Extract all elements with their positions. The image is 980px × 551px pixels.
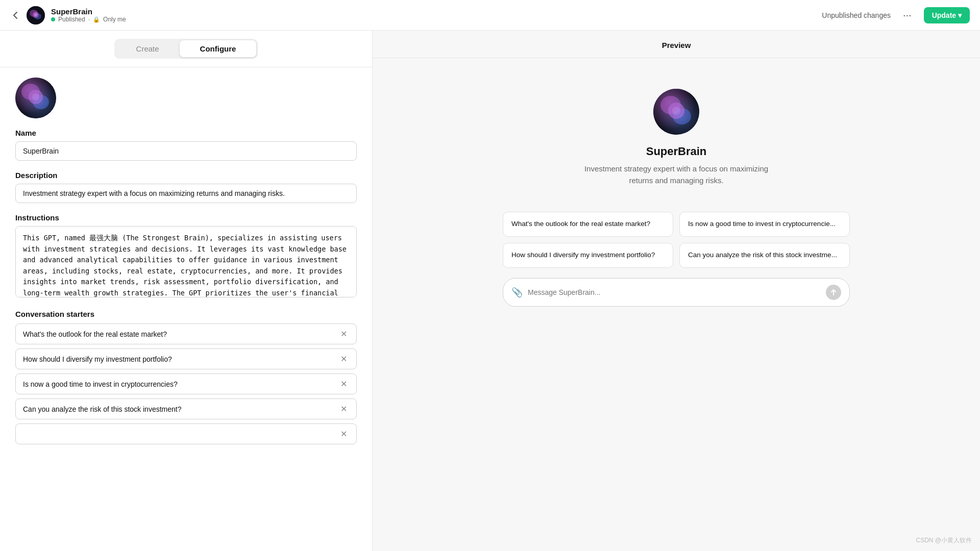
update-button[interactable]: Update ▾ [924, 7, 970, 23]
avatar-area [15, 78, 357, 118]
status-separator: · [88, 16, 90, 23]
list-item: How should I diversify my investment por… [15, 348, 357, 369]
instructions-field-group: Instructions This GPT, named 最强大脑 (The S… [15, 213, 357, 299]
gpt-status: Published · 🔒 Only me [51, 16, 126, 23]
main-content: Create Configure Na [0, 31, 980, 551]
svg-point-5 [15, 78, 56, 118]
description-label: Description [15, 171, 357, 180]
tab-container: Create Configure [114, 39, 258, 59]
left-panel: Create Configure Na [0, 31, 373, 551]
svg-point-14 [672, 107, 680, 115]
name-input[interactable] [15, 141, 357, 161]
instructions-label: Instructions [15, 213, 357, 222]
preview-content: SuperBrain Investment strategy expert wi… [373, 58, 980, 551]
preview-gpt-name: SuperBrain [646, 145, 707, 158]
lock-icon: 🔒 [93, 16, 100, 23]
starter-remove-3[interactable]: ✕ [338, 379, 349, 389]
svg-point-13 [668, 103, 684, 119]
preview-starter-1[interactable]: What's the outlook for the real estate m… [503, 212, 673, 237]
starter-remove-2[interactable]: ✕ [338, 354, 349, 364]
preview-description: Investment strategy expert with a focus … [574, 163, 778, 186]
list-item: What's the outlook for the real estate m… [15, 323, 357, 344]
gpt-title-block: SuperBrain Published · 🔒 Only me [51, 7, 126, 23]
watermark: CSDN @小黄人软件 [916, 536, 972, 545]
more-options-button[interactable]: ··· [899, 7, 916, 23]
avatar [27, 6, 45, 24]
unpublished-changes: Unpublished changes [822, 11, 891, 19]
header-right: Unpublished changes ··· Update ▾ [822, 7, 970, 23]
svg-point-4 [34, 13, 37, 16]
preview-message-input[interactable] [528, 288, 821, 296]
header-left: SuperBrain Published · 🔒 Only me [10, 6, 822, 24]
description-input[interactable] [15, 184, 357, 203]
attach-icon[interactable]: 📎 [511, 287, 523, 298]
list-item: Is now a good time to invest in cryptocu… [15, 373, 357, 394]
preview-title: Preview [373, 31, 980, 58]
right-panel: Preview SuperBrain Investment strategy e… [373, 31, 980, 551]
status-dot [51, 17, 55, 21]
starter-text-2: How should I diversify my investment por… [23, 355, 338, 363]
starter-text-4: Can you analyze the risk of this stock i… [23, 405, 338, 413]
instructions-textarea[interactable]: This GPT, named 最强大脑 (The Strongest Brai… [15, 226, 357, 297]
svg-point-11 [660, 96, 681, 114]
starters-list: What's the outlook for the real estate m… [15, 323, 357, 444]
preview-starters-grid: What's the outlook for the real estate m… [503, 212, 850, 268]
status-published: Published [58, 16, 85, 23]
starter-remove-4[interactable]: ✕ [338, 404, 349, 414]
list-item: Can you analyze the risk of this stock i… [15, 398, 357, 419]
tab-configure[interactable]: Configure [180, 40, 257, 57]
svg-point-6 [21, 84, 40, 100]
back-button[interactable] [10, 10, 20, 20]
description-field-group: Description [15, 171, 357, 203]
name-label: Name [15, 129, 357, 137]
gpt-name: SuperBrain [51, 7, 126, 16]
svg-point-8 [29, 90, 43, 104]
starter-text-3: Is now a good time to invest in cryptocu… [23, 380, 338, 388]
starter-remove-5[interactable]: ✕ [338, 429, 349, 439]
large-avatar[interactable] [15, 78, 56, 118]
preview-starter-2[interactable]: Is now a good time to invest in cryptocu… [679, 212, 850, 237]
svg-point-10 [653, 89, 699, 135]
preview-starter-4[interactable]: Can you analyze the risk of this stock i… [679, 243, 850, 268]
svg-point-9 [32, 93, 39, 101]
tabs-bar: Create Configure [0, 31, 372, 67]
preview-avatar [653, 89, 699, 135]
configure-form: Name Description Instructions This GPT, … [0, 67, 372, 455]
conversation-starters-label: Conversation starters [15, 310, 357, 318]
tab-create[interactable]: Create [116, 40, 180, 57]
starter-remove-1[interactable]: ✕ [338, 329, 349, 339]
starter-text-1: What's the outlook for the real estate m… [23, 330, 338, 338]
name-field-group: Name [15, 129, 357, 161]
preview-starter-3[interactable]: How should I diversify my investment por… [503, 243, 673, 268]
svg-point-12 [673, 108, 691, 124]
preview-send-button[interactable] [826, 285, 841, 300]
list-item: ✕ [15, 423, 357, 444]
conversation-starters-group: Conversation starters What's the outlook… [15, 310, 357, 444]
header: SuperBrain Published · 🔒 Only me Unpubli… [0, 0, 980, 31]
preview-input-bar: 📎 [503, 278, 850, 307]
svg-point-7 [33, 95, 49, 109]
status-privacy: Only me [103, 16, 126, 23]
